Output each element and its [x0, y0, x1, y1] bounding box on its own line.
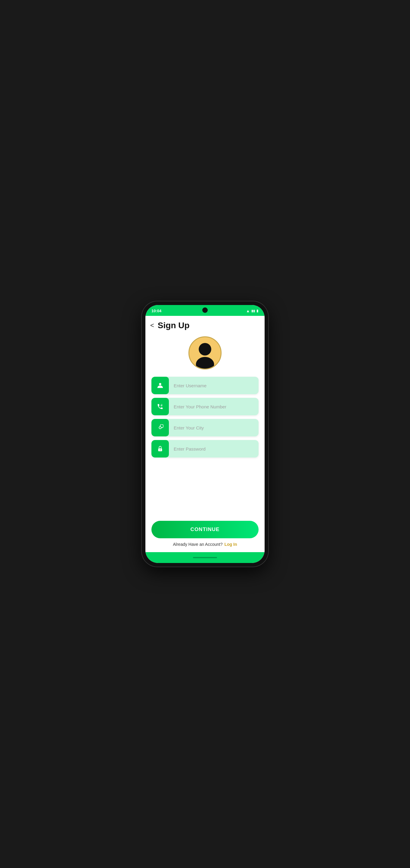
battery-icon: ▮	[257, 309, 259, 313]
phone-row	[151, 398, 259, 415]
status-time: 10:04	[151, 309, 161, 313]
phone-frame: 10:04 ▲ ▮▮ ▮ < Sign Up	[142, 301, 268, 567]
password-row	[151, 440, 259, 458]
login-prompt-text: Already Have an Account?	[173, 542, 223, 547]
signal-icon: ▮▮	[251, 309, 255, 313]
svg-point-0	[199, 343, 211, 355]
header: < Sign Up	[145, 316, 265, 333]
app-content: < Sign Up	[145, 316, 265, 552]
login-prompt: Already Have an Account? Log In	[151, 538, 259, 549]
back-button[interactable]: <	[150, 322, 154, 329]
bottom-bar	[145, 552, 265, 563]
at-icon	[157, 424, 164, 431]
phone-icon-box	[151, 398, 169, 415]
phone-icon	[157, 403, 164, 410]
bottom-section: CONTINUE Already Have an Account? Log In	[145, 521, 265, 552]
password-input[interactable]	[169, 440, 259, 458]
home-indicator	[193, 557, 217, 558]
lock-icon	[157, 445, 164, 452]
city-input[interactable]	[169, 419, 259, 436]
svg-point-2	[159, 383, 161, 385]
wifi-icon: ▲	[246, 309, 250, 313]
status-bar: 10:04 ▲ ▮▮ ▮	[145, 305, 265, 316]
camera-notch	[202, 307, 208, 313]
avatar-section[interactable]	[145, 333, 265, 377]
username-icon-box	[151, 377, 169, 394]
phone-screen: 10:04 ▲ ▮▮ ▮ < Sign Up	[145, 305, 265, 563]
city-row	[151, 419, 259, 436]
svg-point-3	[159, 427, 161, 429]
avatar-icon	[189, 337, 221, 369]
avatar-circle[interactable]	[189, 336, 221, 370]
phone-input[interactable]	[169, 398, 259, 415]
continue-button[interactable]: CONTINUE	[151, 521, 259, 538]
svg-point-1	[196, 357, 214, 369]
city-icon-box	[151, 419, 169, 436]
svg-point-5	[160, 450, 161, 450]
spacer	[145, 458, 265, 521]
login-link[interactable]: Log In	[225, 542, 237, 547]
page-title: Sign Up	[158, 321, 190, 330]
form-section	[145, 377, 265, 458]
status-icons: ▲ ▮▮ ▮	[246, 309, 259, 313]
username-input[interactable]	[169, 377, 259, 394]
person-icon	[157, 382, 164, 389]
username-row	[151, 377, 259, 394]
password-icon-box	[151, 440, 169, 458]
